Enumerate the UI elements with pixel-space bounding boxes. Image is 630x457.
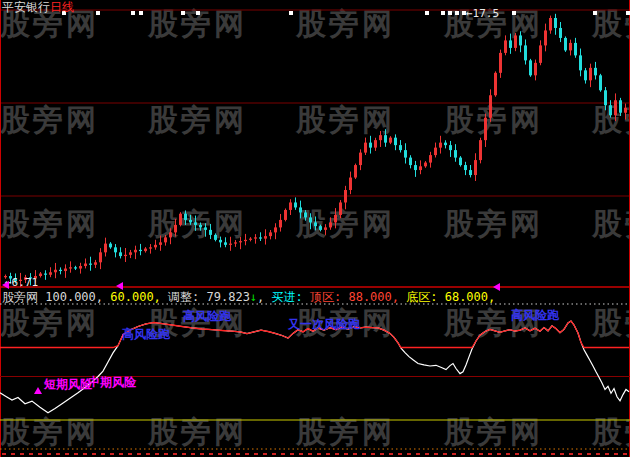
stock-name-label: 平安银行: [2, 0, 50, 14]
stock-app-window: 股旁网股旁网股旁网股旁网股旁网股旁网股旁网股旁网股旁网股旁网股旁网股旁网股旁网股…: [0, 0, 630, 457]
new-high-marker-icon: [626, 11, 630, 15]
param-segment: 调整: 79.823: [168, 290, 250, 304]
new-high-marker-icon: [289, 11, 293, 15]
param-segment: 底区: 68.000,: [406, 290, 495, 304]
new-high-marker-icon: [455, 11, 459, 15]
param-segment: ↓: [250, 290, 257, 304]
risk-zone-label: 中期风险: [88, 376, 136, 389]
new-high-marker-icon: [512, 11, 516, 15]
scroll-marker-icon[interactable]: [2, 281, 9, 289]
param-segment: 股旁网: [2, 290, 45, 304]
risk-zone-label: 高风险跑: [511, 309, 559, 322]
period-label[interactable]: 日线: [50, 0, 74, 14]
scroll-marker-icon[interactable]: [116, 282, 123, 290]
risk-zone-label: 又一次风险跑: [288, 318, 360, 331]
risk-zone-label: 高风险跑: [122, 328, 170, 341]
chart-title: 平安银行日线: [2, 0, 74, 14]
scroll-marker-icon[interactable]: [493, 283, 500, 291]
new-high-marker-icon: [196, 11, 200, 15]
indicator-parameter-line[interactable]: 股旁网 100.000, 60.000, 调整: 79.823↓, 买进: 顶区…: [2, 291, 495, 304]
param-segment: 顶区: 88.000,: [310, 290, 406, 304]
new-high-marker-icon: [425, 11, 429, 15]
new-high-marker-icon: [441, 11, 445, 15]
new-high-marker-icon: [131, 11, 135, 15]
new-high-marker-icon: [139, 11, 143, 15]
param-segment: 60.000,: [110, 290, 168, 304]
new-high-marker-icon: [448, 11, 452, 15]
buy-signal-arrow-icon: [34, 387, 42, 394]
high-price-marker: ←17.5: [466, 7, 499, 20]
new-high-marker-icon: [181, 11, 185, 15]
param-segment: 买进:: [272, 290, 310, 304]
new-high-marker-icon: [96, 11, 100, 15]
low-price-marker: ←6.71: [5, 276, 38, 289]
risk-zone-label: 短期风险: [44, 378, 92, 391]
param-segment: ,: [257, 290, 271, 304]
param-segment: 100.000,: [45, 290, 110, 304]
risk-zone-label: 高风险跑: [183, 310, 231, 323]
new-high-marker-icon: [593, 11, 597, 15]
